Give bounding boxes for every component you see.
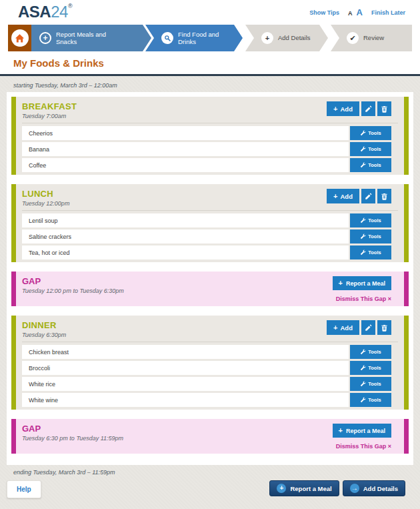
gap-panel: GAP Tuesday 12:00 pm to Tuesday 6:30pm +…: [11, 272, 409, 306]
tools-button[interactable]: Tools: [350, 345, 391, 359]
timeline-end: ending Tuesday, March 3rd – 11:59pm: [13, 469, 420, 476]
logo-text-primary: ASA: [18, 3, 51, 21]
food-row: Saltine crackers Tools: [22, 229, 391, 243]
tools-button[interactable]: Tools: [350, 229, 391, 243]
tools-button-label: Tools: [368, 249, 381, 256]
home-button[interactable]: [8, 25, 31, 51]
edit-meal-button[interactable]: [361, 101, 375, 116]
wizard-step-add-details[interactable]: + Add Details: [245, 25, 328, 51]
tools-button-label: Tools: [368, 233, 381, 239]
food-rows: Chicken breast Tools Broccoli Tools Whit…: [16, 342, 404, 410]
trash-icon: [381, 193, 388, 200]
delete-meal-button[interactable]: [377, 320, 391, 335]
plus-circle-icon: +: [39, 32, 51, 44]
font-size-small-button[interactable]: A: [348, 10, 353, 17]
tools-button[interactable]: Tools: [350, 126, 391, 140]
wizard-step-find-food[interactable]: Find Food and Drinks: [145, 25, 243, 51]
edit-meal-button[interactable]: [361, 320, 375, 335]
wizard-step-review[interactable]: ✔ Review: [331, 25, 412, 51]
wizard-step-label: Report Meals and Snacks: [56, 31, 112, 46]
wrench-icon: [360, 249, 366, 256]
check-icon: ✔: [347, 32, 359, 44]
trash-icon: [381, 324, 388, 332]
food-row: White wine Tools: [22, 393, 391, 407]
dismiss-gap-link[interactable]: Dismiss This Gap ×: [336, 296, 391, 302]
food-rows: Lentil soup Tools Saltine crackers Tools…: [16, 211, 404, 262]
bottom-actions: Help + Report a Meal → Add Details: [7, 480, 405, 498]
dismiss-gap-link[interactable]: Dismiss This Gap ×: [336, 443, 391, 450]
food-row: Cheerios Tools: [22, 126, 391, 140]
food-name[interactable]: Tea, hot or iced: [22, 245, 349, 260]
food-name[interactable]: Chicken breast: [22, 345, 349, 359]
add-button-label: Add: [340, 105, 352, 113]
meal-header-buttons: + Add: [327, 189, 391, 203]
gap-panel: GAP Tuesday 6:30 pm to Tuesday 11:59pm +…: [11, 419, 409, 454]
tools-button[interactable]: Tools: [350, 142, 391, 156]
report-a-meal-button[interactable]: + Report a Meal: [333, 276, 391, 290]
add-food-button[interactable]: + Add: [327, 320, 359, 335]
add-details-button[interactable]: → Add Details: [343, 480, 405, 496]
wrench-icon: [360, 130, 366, 136]
content-area: starting Tuesday, March 3rd – 12:00am BR…: [0, 76, 420, 509]
font-size-controls: A A: [348, 7, 363, 17]
edit-meal-button[interactable]: [361, 189, 375, 203]
tools-button-label: Tools: [368, 349, 381, 355]
meal-panel: LUNCH Tuesday 12:00pm + Add Lentil soup …: [11, 184, 409, 262]
wrench-icon: [360, 397, 366, 403]
help-button[interactable]: Help: [7, 480, 41, 498]
tools-button[interactable]: Tools: [350, 377, 391, 391]
report-a-meal-button[interactable]: + Report a Meal: [333, 424, 391, 438]
wrench-icon: [360, 381, 366, 387]
show-tips-link[interactable]: Show Tips: [309, 9, 339, 16]
arrow-right-icon: →: [350, 484, 359, 493]
food-row: Tea, hot or iced Tools: [22, 245, 391, 260]
plus-icon: +: [333, 324, 337, 332]
tools-button[interactable]: Tools: [350, 158, 391, 172]
add-food-button[interactable]: + Add: [327, 101, 359, 116]
home-icon: [11, 29, 29, 47]
meal-panel: BREAKFAST Tuesday 7:00am + Add Cheerios …: [11, 97, 409, 175]
tools-button[interactable]: Tools: [350, 213, 391, 227]
food-row: Broccoli Tools: [22, 361, 391, 375]
plus-icon: +: [333, 105, 337, 113]
asa24-logo: ASA24®: [18, 3, 72, 21]
food-name[interactable]: Banana: [22, 142, 349, 156]
wizard-step-label: Find Food and Drinks: [178, 31, 234, 46]
delete-meal-button[interactable]: [377, 189, 391, 203]
wrench-icon: [360, 146, 366, 152]
food-name[interactable]: Lentil soup: [22, 213, 349, 227]
tools-button-label: Tools: [368, 130, 381, 136]
food-row: Lentil soup Tools: [22, 213, 391, 227]
wizard-steps: + Report Meals and Snacks Find Food and …: [8, 25, 412, 51]
report-a-meal-button[interactable]: + Report a Meal: [269, 480, 339, 496]
plus-icon: +: [261, 32, 273, 44]
tools-button[interactable]: Tools: [350, 361, 391, 375]
pencil-icon: [365, 193, 372, 200]
tools-button-label: Tools: [368, 365, 381, 371]
food-row: White rice Tools: [22, 377, 391, 391]
delete-meal-button[interactable]: [377, 101, 391, 116]
report-a-meal-label: Report a Meal: [290, 485, 331, 492]
font-size-large-button[interactable]: A: [357, 7, 363, 17]
meal-header-buttons: + Add: [327, 101, 391, 116]
food-name[interactable]: Cheerios: [22, 126, 349, 140]
meal-header: BREAKFAST Tuesday 7:00am + Add: [16, 97, 404, 123]
tools-button[interactable]: Tools: [350, 393, 391, 407]
food-name[interactable]: Broccoli: [22, 361, 349, 375]
tools-button-label: Tools: [368, 397, 381, 403]
meal-header: LUNCH Tuesday 12:00pm + Add: [16, 184, 404, 210]
wrench-icon: [360, 365, 366, 371]
wizard-step-report-meals[interactable]: + Report Meals and Snacks: [31, 25, 151, 51]
food-name[interactable]: White wine: [22, 393, 349, 407]
pencil-icon: [365, 324, 372, 332]
food-name[interactable]: Saltine crackers: [22, 229, 349, 243]
wrench-icon: [360, 233, 366, 239]
food-name[interactable]: Coffee: [22, 158, 349, 172]
food-row: Banana Tools: [22, 142, 391, 156]
tools-button[interactable]: Tools: [350, 245, 391, 260]
wrench-icon: [360, 349, 366, 355]
finish-later-link[interactable]: Finish Later: [371, 9, 405, 16]
food-name[interactable]: White rice: [22, 377, 349, 391]
add-food-button[interactable]: + Add: [327, 189, 359, 203]
wizard-step-label: Review: [363, 34, 384, 41]
